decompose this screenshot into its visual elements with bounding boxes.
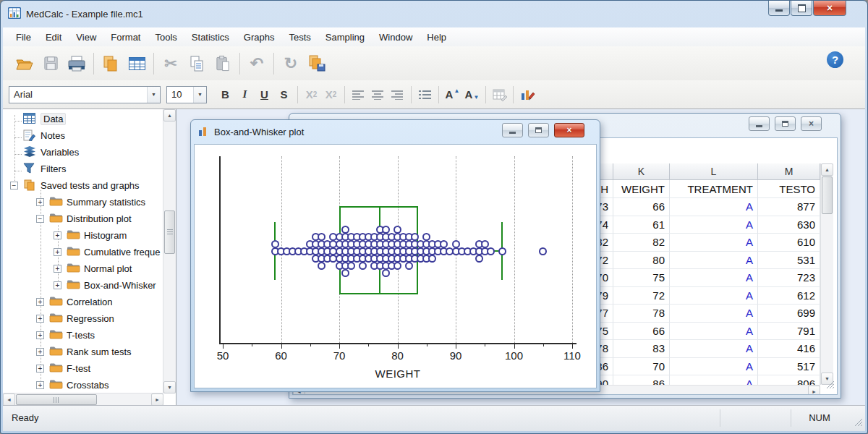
- close-button[interactable]: ×: [554, 123, 584, 137]
- copy-button[interactable]: [184, 51, 210, 77]
- expand-icon[interactable]: +: [36, 365, 44, 373]
- menu-format[interactable]: Format: [103, 29, 148, 46]
- cell[interactable]: 86: [613, 375, 670, 385]
- scroll-up-icon[interactable]: ▲: [821, 163, 833, 176]
- expand-icon[interactable]: +: [54, 248, 61, 256]
- menu-file[interactable]: File: [9, 29, 38, 46]
- close-button[interactable]: ×: [801, 116, 822, 131]
- close-button[interactable]: ×: [813, 1, 846, 16]
- sidebar-item-t-tests[interactable]: +T-tests: [3, 327, 163, 344]
- sidebar-item-box-and-whisker[interactable]: +Box-and-Whisker: [3, 277, 163, 294]
- chart-options-button[interactable]: [517, 85, 537, 104]
- sidebar-item-distribution-plot[interactable]: −Distribution plot: [3, 210, 163, 227]
- menu-help[interactable]: Help: [420, 29, 454, 46]
- cell[interactable]: 66: [613, 198, 670, 216]
- superscript-button[interactable]: X2: [321, 85, 341, 104]
- cell[interactable]: 78: [613, 305, 670, 323]
- menu-sampling[interactable]: Sampling: [318, 29, 372, 46]
- sidebar-item-summary-statistics[interactable]: +Summary statistics: [3, 194, 163, 210]
- collapse-icon[interactable]: −: [10, 182, 18, 190]
- collapse-icon[interactable]: −: [36, 215, 44, 223]
- expand-icon[interactable]: +: [36, 381, 44, 389]
- sidebar-item-saved-tests-and-graphs[interactable]: −Saved tests and graphs: [3, 177, 163, 194]
- scroll-down-icon[interactable]: ▼: [163, 381, 176, 393]
- sidebar-item-rank-sum-tests[interactable]: +Rank sum tests: [3, 344, 163, 360]
- cell[interactable]: 66: [613, 323, 670, 341]
- maximize-button[interactable]: [791, 1, 812, 16]
- list-button[interactable]: [415, 85, 435, 104]
- sidebar-item-variables[interactable]: Variables: [3, 144, 163, 161]
- menu-graphs[interactable]: Graphs: [237, 29, 282, 46]
- shrink-font-button[interactable]: A▼: [462, 85, 482, 104]
- save-button[interactable]: [38, 51, 64, 77]
- cell[interactable]: A: [670, 216, 758, 234]
- align-center-button[interactable]: [368, 85, 388, 104]
- cell[interactable]: A: [670, 269, 758, 287]
- cell[interactable]: TESTO: [758, 180, 820, 198]
- cell[interactable]: A: [670, 305, 758, 323]
- resize-grip[interactable]: [854, 417, 863, 429]
- open-button[interactable]: [12, 51, 38, 77]
- save-all-button[interactable]: [304, 51, 330, 77]
- menu-window[interactable]: Window: [372, 29, 420, 46]
- cell[interactable]: 70: [613, 358, 670, 376]
- expand-icon[interactable]: +: [36, 348, 44, 356]
- cell[interactable]: A: [670, 252, 758, 270]
- cell[interactable]: 61: [613, 216, 670, 234]
- font-name-select[interactable]: Arial ▼: [9, 86, 161, 103]
- undo-button[interactable]: ↶: [244, 51, 270, 77]
- cell[interactable]: A: [670, 234, 758, 252]
- expand-icon[interactable]: +: [36, 331, 44, 339]
- cell[interactable]: 531: [758, 252, 820, 270]
- cell[interactable]: 72: [613, 287, 670, 305]
- expand-icon[interactable]: +: [36, 298, 44, 306]
- cell[interactable]: WEIGHT: [613, 180, 670, 198]
- cell[interactable]: 791: [758, 323, 820, 341]
- scrollbar-thumb[interactable]: [16, 394, 97, 405]
- menu-edit[interactable]: Edit: [38, 29, 69, 46]
- strikethrough-button[interactable]: S: [274, 85, 294, 104]
- cell[interactable]: 610: [758, 234, 820, 252]
- paste-button[interactable]: [210, 51, 236, 77]
- restore-button[interactable]: [775, 116, 796, 131]
- cell[interactable]: 612: [758, 287, 820, 305]
- cell[interactable]: 699: [758, 305, 820, 323]
- minimize-button[interactable]: [502, 123, 523, 137]
- cell[interactable]: A: [670, 340, 758, 358]
- scrollbar-thumb[interactable]: [822, 176, 833, 214]
- cell[interactable]: 416: [758, 340, 820, 358]
- grid-vertical-scrollbar[interactable]: ▲ ▼: [820, 163, 833, 385]
- help-button[interactable]: ?: [827, 51, 843, 68]
- cell[interactable]: 877: [758, 198, 820, 216]
- sidebar-item-crosstabs[interactable]: +Crosstabs: [3, 377, 163, 393]
- cut-button[interactable]: ✂: [158, 51, 184, 77]
- italic-button[interactable]: I: [235, 85, 255, 104]
- expand-icon[interactable]: +: [54, 231, 61, 239]
- font-size-select[interactable]: 10 ▼: [166, 86, 207, 103]
- print-button[interactable]: [64, 51, 90, 77]
- data-grid-button[interactable]: [124, 51, 150, 77]
- sidebar-item-data[interactable]: Data: [3, 111, 163, 127]
- scroll-right-icon[interactable]: ►: [808, 386, 820, 395]
- menu-tools[interactable]: Tools: [148, 29, 184, 46]
- expand-icon[interactable]: +: [36, 315, 44, 323]
- cell[interactable]: A: [670, 198, 758, 216]
- sidebar-item-histogram[interactable]: +Histogram: [3, 227, 163, 244]
- cell[interactable]: K: [613, 163, 670, 180]
- cell[interactable]: A: [670, 323, 758, 341]
- cell[interactable]: A: [670, 358, 758, 376]
- sidebar-item-cumulative-freque[interactable]: +Cumulative freque: [3, 244, 163, 260]
- sidebar-item-correlation[interactable]: +Correlation: [3, 294, 163, 310]
- duplicate-sheet-button[interactable]: [98, 51, 124, 77]
- tree-vertical-scrollbar[interactable]: ▲ ▼: [163, 109, 176, 393]
- menu-statistics[interactable]: Statistics: [184, 29, 237, 46]
- tree-horizontal-scrollbar[interactable]: ◄ ►: [3, 393, 163, 406]
- cell[interactable]: 806: [758, 375, 820, 385]
- cell[interactable]: 517: [758, 358, 820, 376]
- cell[interactable]: 75: [613, 269, 670, 287]
- cell[interactable]: L: [670, 163, 758, 180]
- scrollbar-thumb[interactable]: [164, 210, 175, 254]
- scroll-left-icon[interactable]: ◄: [3, 393, 15, 406]
- redo-button[interactable]: ↻: [278, 51, 304, 77]
- underline-button[interactable]: U: [255, 85, 274, 104]
